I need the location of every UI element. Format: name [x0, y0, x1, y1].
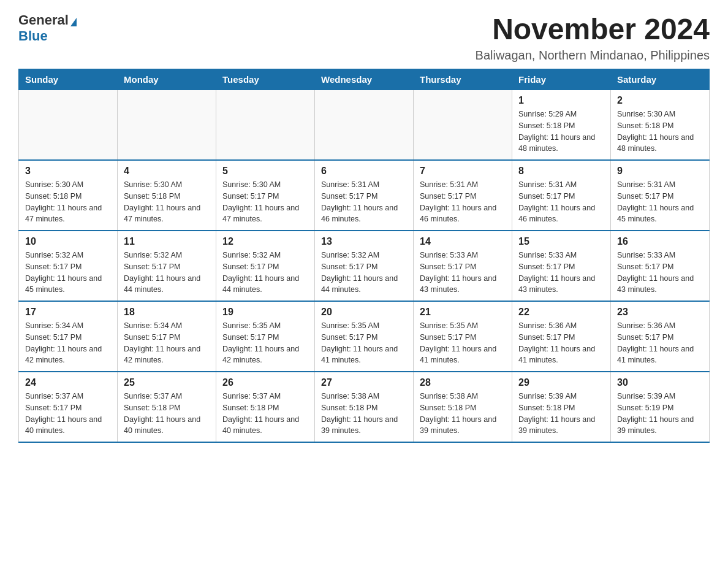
day-info: Sunrise: 5:30 AMSunset: 5:18 PMDaylight:…	[25, 179, 111, 225]
calendar-cell: 9Sunrise: 5:31 AMSunset: 5:17 PMDaylight…	[611, 160, 710, 231]
calendar-cell: 11Sunrise: 5:32 AMSunset: 5:17 PMDayligh…	[118, 231, 216, 301]
calendar-cell: 28Sunrise: 5:38 AMSunset: 5:18 PMDayligh…	[414, 372, 512, 442]
day-number: 30	[617, 377, 703, 388]
calendar-cell: 1Sunrise: 5:29 AMSunset: 5:18 PMDaylight…	[512, 90, 611, 161]
day-number: 28	[420, 377, 506, 388]
day-info: Sunrise: 5:31 AMSunset: 5:17 PMDaylight:…	[617, 179, 703, 225]
calendar-cell	[414, 90, 512, 161]
calendar-week-row: 17Sunrise: 5:34 AMSunset: 5:17 PMDayligh…	[19, 301, 710, 372]
calendar-cell: 17Sunrise: 5:34 AMSunset: 5:17 PMDayligh…	[19, 301, 118, 372]
day-number: 7	[420, 166, 506, 177]
day-info: Sunrise: 5:33 AMSunset: 5:17 PMDaylight:…	[617, 250, 703, 296]
calendar-cell: 26Sunrise: 5:37 AMSunset: 5:18 PMDayligh…	[216, 372, 315, 442]
calendar-cell: 24Sunrise: 5:37 AMSunset: 5:17 PMDayligh…	[19, 372, 118, 442]
day-number: 10	[25, 236, 111, 247]
day-number: 8	[518, 166, 604, 177]
day-info: Sunrise: 5:32 AMSunset: 5:17 PMDaylight:…	[222, 250, 308, 296]
calendar-header-friday: Friday	[512, 69, 611, 90]
day-info: Sunrise: 5:34 AMSunset: 5:17 PMDaylight:…	[25, 320, 111, 366]
calendar-cell: 25Sunrise: 5:37 AMSunset: 5:18 PMDayligh…	[118, 372, 216, 442]
day-info: Sunrise: 5:33 AMSunset: 5:17 PMDaylight:…	[420, 250, 506, 296]
calendar-cell: 4Sunrise: 5:30 AMSunset: 5:18 PMDaylight…	[118, 160, 216, 231]
day-info: Sunrise: 5:30 AMSunset: 5:17 PMDaylight:…	[222, 179, 308, 225]
calendar-header-sunday: Sunday	[19, 69, 118, 90]
calendar-cell: 13Sunrise: 5:32 AMSunset: 5:17 PMDayligh…	[315, 231, 414, 301]
logo-top-line: General	[18, 12, 77, 28]
day-number: 25	[124, 377, 210, 388]
day-info: Sunrise: 5:38 AMSunset: 5:18 PMDaylight:…	[420, 391, 506, 437]
day-number: 17	[25, 307, 111, 318]
logo-general: General	[18, 12, 69, 28]
calendar-cell: 19Sunrise: 5:35 AMSunset: 5:17 PMDayligh…	[216, 301, 315, 372]
day-info: Sunrise: 5:35 AMSunset: 5:17 PMDaylight:…	[321, 320, 407, 366]
day-info: Sunrise: 5:30 AMSunset: 5:18 PMDaylight:…	[617, 109, 703, 155]
logo-blue: Blue	[18, 28, 48, 44]
calendar-cell: 10Sunrise: 5:32 AMSunset: 5:17 PMDayligh…	[19, 231, 118, 301]
calendar-cell: 27Sunrise: 5:38 AMSunset: 5:18 PMDayligh…	[315, 372, 414, 442]
day-info: Sunrise: 5:31 AMSunset: 5:17 PMDaylight:…	[518, 179, 604, 225]
day-info: Sunrise: 5:37 AMSunset: 5:18 PMDaylight:…	[124, 391, 210, 437]
subtitle: Baliwagan, Northern Mindanao, Philippine…	[476, 48, 710, 63]
calendar-week-row: 1Sunrise: 5:29 AMSunset: 5:18 PMDaylight…	[19, 90, 710, 161]
day-number: 12	[222, 236, 308, 247]
calendar-header-thursday: Thursday	[414, 69, 512, 90]
calendar-cell: 23Sunrise: 5:36 AMSunset: 5:17 PMDayligh…	[611, 301, 710, 372]
calendar-cell: 14Sunrise: 5:33 AMSunset: 5:17 PMDayligh…	[414, 231, 512, 301]
day-info: Sunrise: 5:32 AMSunset: 5:17 PMDaylight:…	[321, 250, 407, 296]
day-info: Sunrise: 5:29 AMSunset: 5:18 PMDaylight:…	[518, 109, 604, 155]
day-number: 19	[222, 307, 308, 318]
day-info: Sunrise: 5:39 AMSunset: 5:19 PMDaylight:…	[617, 391, 703, 437]
calendar-cell: 3Sunrise: 5:30 AMSunset: 5:18 PMDaylight…	[19, 160, 118, 231]
header: General Blue November 2024 Baliwagan, No…	[18, 12, 710, 63]
calendar-week-row: 3Sunrise: 5:30 AMSunset: 5:18 PMDaylight…	[19, 160, 710, 231]
day-number: 22	[518, 307, 604, 318]
calendar-cell: 8Sunrise: 5:31 AMSunset: 5:17 PMDaylight…	[512, 160, 611, 231]
calendar-cell	[315, 90, 414, 161]
day-number: 1	[518, 95, 604, 106]
calendar-cell: 29Sunrise: 5:39 AMSunset: 5:18 PMDayligh…	[512, 372, 611, 442]
day-number: 20	[321, 307, 407, 318]
calendar-week-row: 24Sunrise: 5:37 AMSunset: 5:17 PMDayligh…	[19, 372, 710, 442]
calendar-cell	[216, 90, 315, 161]
page-title: November 2024	[476, 12, 710, 46]
day-number: 3	[25, 166, 111, 177]
calendar-cell: 20Sunrise: 5:35 AMSunset: 5:17 PMDayligh…	[315, 301, 414, 372]
day-info: Sunrise: 5:35 AMSunset: 5:17 PMDaylight:…	[420, 320, 506, 366]
day-number: 24	[25, 377, 111, 388]
day-number: 21	[420, 307, 506, 318]
day-info: Sunrise: 5:37 AMSunset: 5:17 PMDaylight:…	[25, 391, 111, 437]
calendar-header-tuesday: Tuesday	[216, 69, 315, 90]
day-number: 4	[124, 166, 210, 177]
day-number: 14	[420, 236, 506, 247]
calendar-cell: 5Sunrise: 5:30 AMSunset: 5:17 PMDaylight…	[216, 160, 315, 231]
day-number: 29	[518, 377, 604, 388]
day-number: 6	[321, 166, 407, 177]
calendar-cell: 16Sunrise: 5:33 AMSunset: 5:17 PMDayligh…	[611, 231, 710, 301]
calendar-header-monday: Monday	[118, 69, 216, 90]
day-info: Sunrise: 5:32 AMSunset: 5:17 PMDaylight:…	[124, 250, 210, 296]
day-info: Sunrise: 5:32 AMSunset: 5:17 PMDaylight:…	[25, 250, 111, 296]
day-info: Sunrise: 5:37 AMSunset: 5:18 PMDaylight:…	[222, 391, 308, 437]
day-info: Sunrise: 5:33 AMSunset: 5:17 PMDaylight:…	[518, 250, 604, 296]
calendar-cell: 2Sunrise: 5:30 AMSunset: 5:18 PMDaylight…	[611, 90, 710, 161]
day-info: Sunrise: 5:30 AMSunset: 5:18 PMDaylight:…	[124, 179, 210, 225]
title-area: November 2024 Baliwagan, Northern Mindan…	[476, 12, 710, 63]
calendar-cell: 22Sunrise: 5:36 AMSunset: 5:17 PMDayligh…	[512, 301, 611, 372]
day-number: 5	[222, 166, 308, 177]
calendar-cell: 15Sunrise: 5:33 AMSunset: 5:17 PMDayligh…	[512, 231, 611, 301]
calendar-header-row: SundayMondayTuesdayWednesdayThursdayFrid…	[19, 69, 710, 90]
calendar-header-wednesday: Wednesday	[315, 69, 414, 90]
calendar-cell: 30Sunrise: 5:39 AMSunset: 5:19 PMDayligh…	[611, 372, 710, 442]
calendar-cell: 12Sunrise: 5:32 AMSunset: 5:17 PMDayligh…	[216, 231, 315, 301]
day-info: Sunrise: 5:31 AMSunset: 5:17 PMDaylight:…	[321, 179, 407, 225]
day-number: 11	[124, 236, 210, 247]
day-info: Sunrise: 5:39 AMSunset: 5:18 PMDaylight:…	[518, 391, 604, 437]
logo: General Blue	[18, 12, 77, 44]
calendar-cell	[19, 90, 118, 161]
day-info: Sunrise: 5:31 AMSunset: 5:17 PMDaylight:…	[420, 179, 506, 225]
day-info: Sunrise: 5:36 AMSunset: 5:17 PMDaylight:…	[617, 320, 703, 366]
day-info: Sunrise: 5:35 AMSunset: 5:17 PMDaylight:…	[222, 320, 308, 366]
calendar-cell	[118, 90, 216, 161]
calendar-cell: 18Sunrise: 5:34 AMSunset: 5:17 PMDayligh…	[118, 301, 216, 372]
day-number: 23	[617, 307, 703, 318]
